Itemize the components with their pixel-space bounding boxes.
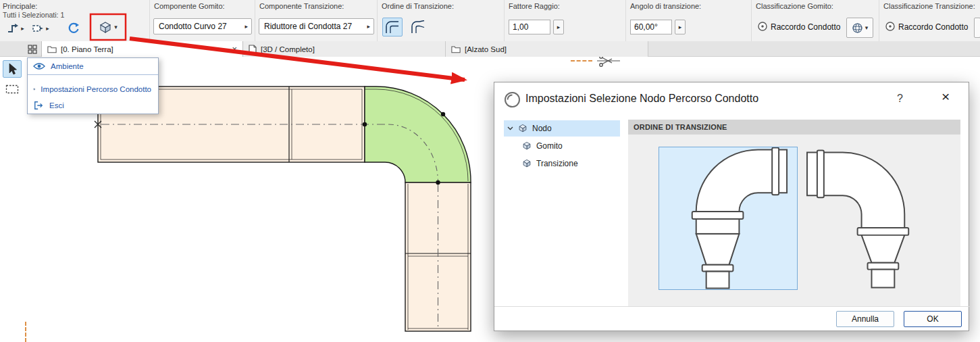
marquee-icon — [5, 84, 19, 95]
tab-label: [3D / Completo] — [261, 45, 315, 53]
toolbar-section-componente-transizione: Componente Transizione: Riduttore di Con… — [255, 0, 377, 41]
elbow-classification-button[interactable]: ▾ — [846, 18, 873, 38]
duct-node-box-icon — [99, 21, 112, 34]
transition-classification-button-cut[interactable] — [974, 18, 980, 38]
toolbar-section-classificazione-gomito: Classificazione Gomito: Raccordo Condott… — [751, 0, 879, 41]
tree-item-label: Transizione — [536, 159, 578, 168]
dialog-help-button[interactable]: ? — [897, 93, 903, 105]
transition-order-option-1[interactable] — [659, 147, 798, 290]
arrow-tool-button[interactable] — [3, 60, 22, 78]
flyout-arrow-icon: ▸ — [679, 24, 682, 30]
floor-plan-icon — [47, 45, 57, 53]
section-label: Ordine di Transizione: — [382, 2, 454, 10]
tab-floor-plan[interactable]: [0. Piano Terra] × — [41, 41, 243, 57]
transition-classification-value: Raccordo Condotto — [898, 22, 968, 32]
menu-item-ambiente[interactable]: Ambiente — [28, 58, 158, 75]
toolbar-section-ordine-transizione: Ordine di Transizione: — [377, 0, 504, 41]
tab-elevation[interactable]: [Alzato Sud] — [446, 41, 648, 57]
chevron-down-icon — [507, 126, 513, 130]
settings-tree-panel: Nodo Gomito Transizione — [504, 120, 620, 322]
ok-button[interactable]: OK — [904, 311, 962, 327]
dropdown-arrow-icon: ▾ — [114, 24, 118, 30]
radius-factor-input[interactable] — [509, 20, 550, 34]
cancel-button[interactable]: Annulla — [836, 311, 894, 327]
scissors-icon[interactable] — [597, 55, 620, 66]
tree-item-label: Nodo — [532, 124, 552, 133]
transition-box-icon — [522, 159, 532, 168]
transition-order-option-2[interactable] — [804, 147, 943, 290]
section-label: Classificazione Gomito: — [756, 2, 833, 10]
duct-node-options-button[interactable]: ▾ — [93, 17, 124, 38]
elbow-component-select[interactable]: Condotto Curvo 27 ▸ — [153, 18, 252, 34]
section-label: Classificazione Transizione: — [883, 2, 975, 10]
toolbar-section-angolo-transizione: Angolo di transizione: ▸ — [625, 0, 751, 41]
flyout-arrow-icon: ▸ — [557, 24, 561, 30]
duct-placement-tool-button[interactable]: ▸ — [29, 20, 52, 36]
loop-arrow-icon — [67, 22, 80, 35]
menu-item-impostazioni[interactable]: Impostazioni Percorso Condotto — [28, 81, 158, 97]
elbow-box-icon — [522, 141, 532, 151]
menu-item-label: Ambiente — [51, 62, 84, 70]
section-label: Componente Transizione: — [259, 2, 344, 10]
tab-close-icon[interactable]: × — [232, 45, 237, 53]
eye-icon — [33, 62, 45, 70]
section-label: Principale: — [3, 2, 37, 10]
flyout-arrow-icon: ▸ — [46, 26, 49, 32]
tree-item-transizione[interactable]: Transizione — [504, 155, 620, 172]
transition-order-first-button[interactable] — [382, 18, 403, 36]
fitting-classification-icon — [885, 21, 896, 32]
duct-elbow-selected[interactable] — [365, 87, 471, 182]
tab-3d-view[interactable]: [3D / Completo] — [243, 41, 446, 57]
tree-item-label: Gomito — [536, 141, 563, 151]
elbow-order-1-icon — [385, 20, 400, 34]
quad-view-icon — [28, 45, 37, 54]
view-tab-bar: [0. Piano Terra] × [3D / Completo] [Alza… — [0, 41, 980, 57]
classification-sphere-icon — [852, 22, 863, 34]
duct-segment-icon — [32, 23, 44, 34]
tree-item-nodo[interactable]: Nodo — [504, 120, 620, 137]
elbow-classification-value: Raccordo Condotto — [771, 22, 840, 32]
node-box-icon — [518, 124, 527, 133]
quad-view-button[interactable] — [25, 43, 40, 55]
application-window: Principale: Tutti i Selezionati: 1 ▸ ▸ — [0, 0, 980, 342]
menu-item-esci[interactable]: Esci — [28, 97, 158, 114]
transition-after-elbow-preview — [804, 147, 942, 289]
menu-item-label: Esci — [49, 101, 64, 109]
elbow-component-value: Condotto Curvo 27 — [159, 22, 227, 31]
dialog-close-icon[interactable]: × — [942, 89, 950, 105]
fitting-classification-icon — [757, 21, 768, 32]
section-label: Componente Gomito: — [154, 2, 225, 10]
radius-factor-stepper[interactable]: ▸ — [553, 20, 564, 34]
flyout-arrow-icon: ▸ — [367, 24, 370, 30]
flyout-arrow-icon: ▸ — [21, 26, 24, 32]
toolbar-section-principale: Principale: Tutti i Selezionati: 1 ▸ ▸ — [0, 0, 149, 41]
dropdown-arrow-icon: ▾ — [865, 25, 869, 31]
dialog-footer-separator — [494, 306, 970, 307]
tree-item-gomito[interactable]: Gomito — [504, 138, 620, 154]
elbow-order-2-icon — [411, 20, 425, 34]
marquee-tool-button[interactable] — [3, 80, 22, 98]
node-selection-settings-dialog: Impostazioni Selezione Nodo Percorso Con… — [494, 82, 969, 331]
section-label: Angolo di transizione: — [630, 2, 701, 10]
transition-angle-stepper[interactable]: ▸ — [675, 20, 686, 34]
toolbar-section-classificazione-transizione: Classificazione Transizione: Raccordo Co… — [879, 0, 980, 41]
tab-label: [Alzato Sud] — [465, 45, 507, 53]
menu-item-label: Impostazioni Percorso Condotto — [41, 85, 151, 93]
transition-order-panel: ORDINE DI TRANSIZIONE — [628, 120, 960, 306]
page-3d-icon — [249, 45, 257, 54]
duct-route-icon — [7, 23, 19, 34]
toolbar-section-componente-gomito: Componente Gomito: Condotto Curvo 27 ▸ — [149, 0, 255, 41]
select-loop-button[interactable] — [64, 20, 83, 37]
dialog-title: Impostazioni Selezione Nodo Percorso Con… — [525, 93, 758, 105]
transition-order-second-button[interactable] — [408, 18, 428, 36]
transition-component-value: Riduttore di Condotta 27 — [264, 22, 352, 31]
toolbar-section-fattore-raggio: Fattore Raggio: ▸ — [504, 0, 625, 41]
dialog-app-logo-icon — [503, 91, 521, 109]
transition-angle-input[interactable] — [630, 20, 672, 34]
transition-before-elbow-preview — [659, 147, 797, 289]
transition-component-select[interactable]: Riduttore di Condotta 27 ▸ — [259, 18, 374, 34]
panel-header: ORDINE DI TRANSIZIONE — [628, 120, 960, 135]
flyout-arrow-icon: ▸ — [244, 24, 248, 30]
selection-count-label: Tutti i Selezionati: 1 — [3, 11, 64, 19]
duct-routing-tool-button[interactable]: ▸ — [4, 20, 27, 36]
